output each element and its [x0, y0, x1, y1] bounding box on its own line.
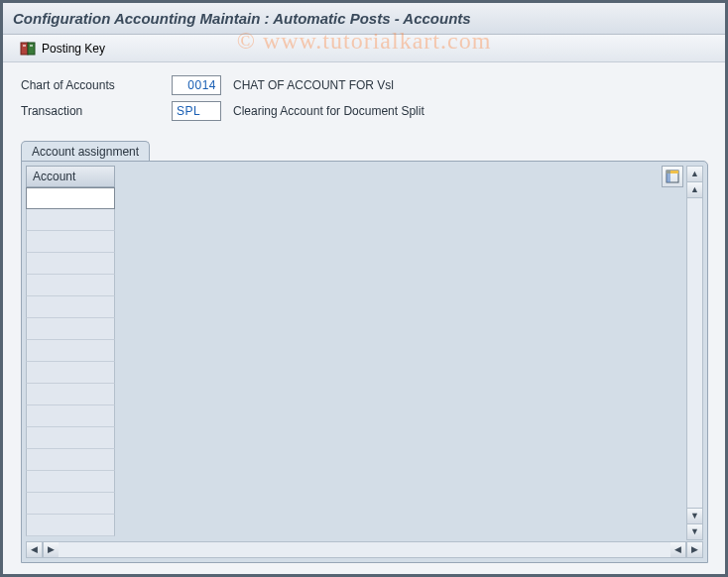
chevron-right-icon: ▶ — [691, 545, 698, 554]
chevron-left-icon: ◀ — [674, 545, 681, 554]
posting-key-button[interactable]: Posting Key — [13, 39, 112, 58]
chart-of-accounts-desc: CHAT OF ACCOUNT FOR Vsl — [233, 78, 394, 92]
account-cell[interactable] — [26, 449, 115, 471]
grid-body — [26, 187, 685, 536]
account-cell[interactable] — [26, 384, 115, 405]
account-cell[interactable] — [26, 275, 115, 296]
account-cell[interactable] — [26, 471, 115, 493]
account-cell[interactable] — [26, 515, 115, 536]
account-assignment-panel-wrap: Account assignment Account ▲ ▲ — [21, 140, 708, 563]
field-chart-of-accounts: Chart of Accounts 0014 CHAT OF ACCOUNT F… — [21, 74, 711, 96]
chart-of-accounts-value[interactable]: 0014 — [172, 75, 221, 95]
scroll-up-button[interactable]: ▲ — [687, 167, 702, 182]
posting-key-label: Posting Key — [42, 42, 105, 56]
field-transaction: Transaction SPL Clearing Account for Doc… — [21, 100, 711, 122]
scroll-right-button[interactable]: ▶ — [686, 542, 702, 557]
scroll-up-button-2[interactable]: ▲ — [687, 182, 702, 198]
account-cell[interactable] — [26, 362, 115, 384]
grid-header-row: Account — [26, 166, 685, 187]
title-bar: Configuration Accounting Maintain : Auto… — [3, 3, 725, 35]
account-cell[interactable] — [26, 405, 115, 427]
account-cell[interactable] — [26, 187, 115, 209]
account-cell[interactable] — [26, 209, 115, 231]
transaction-label: Transaction — [21, 104, 172, 118]
chevron-down-icon: ▼ — [690, 512, 699, 520]
svg-rect-2 — [23, 45, 26, 47]
grid: Account — [26, 166, 685, 540]
chevron-left-icon: ◀ — [31, 545, 38, 554]
account-cell[interactable] — [26, 493, 115, 515]
account-cell[interactable] — [26, 253, 115, 275]
panel-title: Account assignment — [21, 141, 150, 162]
table-config-icon — [666, 170, 679, 183]
chevron-up-icon: ▲ — [690, 170, 699, 178]
table-config-button[interactable] — [662, 166, 683, 187]
scroll-right-inner-button[interactable]: ▶ — [43, 542, 59, 557]
posting-key-icon — [20, 41, 36, 57]
transaction-value[interactable]: SPL — [172, 101, 221, 121]
page-title: Configuration Accounting Maintain : Auto… — [13, 10, 715, 27]
svg-rect-6 — [667, 171, 670, 182]
scroll-left-inner-button[interactable]: ◀ — [670, 542, 686, 557]
scroll-down-button-2[interactable]: ▼ — [687, 508, 702, 523]
account-cell[interactable] — [26, 296, 115, 318]
column-header-account[interactable]: Account — [26, 166, 115, 187]
account-cell[interactable] — [26, 231, 115, 253]
chevron-right-icon: ▶ — [48, 545, 55, 554]
scroll-down-button[interactable]: ▼ — [687, 523, 702, 539]
transaction-desc: Clearing Account for Document Split — [233, 104, 425, 118]
svg-rect-1 — [28, 43, 35, 55]
account-assignment-panel: Account ▲ ▲ ▼ ▼ — [21, 161, 708, 563]
chevron-up-icon: ▲ — [690, 185, 699, 194]
chevron-down-icon: ▼ — [690, 527, 699, 536]
svg-rect-3 — [30, 45, 33, 47]
horizontal-scrollbar[interactable]: ◀ ▶ ◀ ▶ — [26, 541, 703, 558]
account-cell[interactable] — [26, 318, 115, 340]
account-cell[interactable] — [26, 427, 115, 449]
account-cell[interactable] — [26, 340, 115, 362]
toolbar: Posting Key — [3, 35, 725, 62]
svg-rect-0 — [21, 43, 28, 55]
chart-of-accounts-label: Chart of Accounts — [21, 78, 172, 92]
scroll-left-button[interactable]: ◀ — [27, 542, 43, 557]
content-area: Chart of Accounts 0014 CHAT OF ACCOUNT F… — [3, 62, 725, 573]
vertical-scrollbar[interactable]: ▲ ▲ ▼ ▼ — [686, 166, 703, 540]
